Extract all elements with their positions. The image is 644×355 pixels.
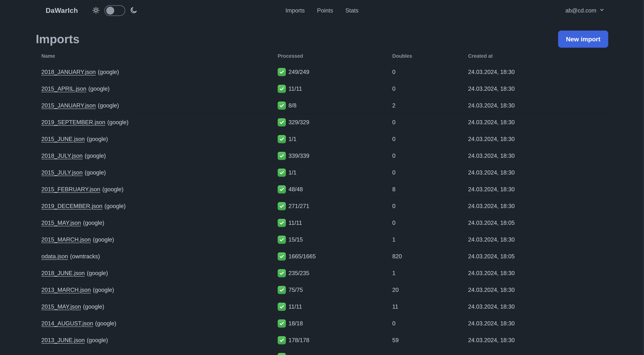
processed-count: 11/11 <box>288 303 302 310</box>
green-check-icon <box>278 269 286 277</box>
import-source-label: (google) <box>93 287 114 293</box>
table-row: 2014_AUGUST.json (google) 18/18 0 24.03.… <box>36 315 608 332</box>
import-file-link[interactable]: 2013_MARCH.json <box>41 287 91 293</box>
processed-count: 178/178 <box>288 337 309 344</box>
created-at-cell: 24.03.2024, 18:30 <box>468 236 608 243</box>
doubles-cell: 20 <box>392 287 468 293</box>
page-header: Imports New import <box>36 30 608 48</box>
sun-icon <box>92 6 100 15</box>
processed-count: 249/249 <box>288 69 309 75</box>
table-row: 2015_MAY.json (google) 11/11 11 24.03.20… <box>36 298 608 315</box>
processed-cell: 75/75 <box>278 286 392 294</box>
import-source-label: (owntracks) <box>70 253 100 260</box>
doubles-cell: 0 <box>392 169 468 176</box>
created-at-cell: 24.03.2024, 18:05 <box>468 253 608 260</box>
app-logo[interactable]: DaWarIch <box>46 7 78 14</box>
import-file-link[interactable]: 2015_JANUARY.json <box>41 102 96 109</box>
created-at-cell: 24.03.2024, 18:30 <box>468 136 608 142</box>
nav-link-stats[interactable]: Stats <box>345 7 358 14</box>
user-menu[interactable]: ab@cd.com <box>565 7 605 14</box>
doubles-cell: 1 <box>392 236 468 243</box>
created-at-cell: 24.03.2024, 18:30 <box>468 320 608 327</box>
imports-table: Name Processed Doubles Created at 2018_J… <box>36 49 608 355</box>
column-header-processed: Processed <box>278 53 392 59</box>
page-title: Imports <box>36 32 80 46</box>
table-row: 2018_JUNE.json (google) 235/235 1 24.03.… <box>36 265 608 282</box>
processed-count: 11/11 <box>288 220 302 226</box>
doubles-cell: 0 <box>392 136 468 142</box>
green-check-icon <box>278 152 286 160</box>
name-cell: 2015_JUNE.json (google) <box>36 136 278 142</box>
import-file-link[interactable]: odata.json <box>41 253 68 260</box>
name-cell: 2015_MAY.json (google) <box>36 220 278 226</box>
name-cell: 2018_JANUARY.json (google) <box>36 69 278 75</box>
processed-cell: 18/18 <box>278 320 392 328</box>
name-cell: 2019_DECEMBER.json (google) <box>36 203 278 210</box>
processed-cell: 15/15 <box>278 236 392 244</box>
processed-cell: 48/48 <box>278 185 392 194</box>
processed-cell: 1/1 <box>278 135 392 143</box>
created-at-cell: 24.03.2024, 18:30 <box>468 102 608 109</box>
nav-link-imports[interactable]: Imports <box>286 7 305 14</box>
name-cell: 2015_APRIL.json (google) <box>36 85 278 92</box>
processed-count: 8/8 <box>288 102 296 109</box>
processed-cell <box>278 353 392 355</box>
processed-cell: 235/235 <box>278 269 392 277</box>
table-row: 2015_MARCH.json (google) 15/15 1 24.03.2… <box>36 231 608 248</box>
doubles-cell: 59 <box>392 337 468 344</box>
table-row: 2015_MAY.json (google) 11/11 0 24.03.202… <box>36 215 608 231</box>
green-check-icon <box>278 68 286 76</box>
import-file-link[interactable]: 2015_MAY.json <box>41 220 81 226</box>
table-row: 2019_DECEMBER.json (google) 271/271 0 24… <box>36 198 608 215</box>
import-source-label: (google) <box>95 320 116 327</box>
new-import-button[interactable]: New import <box>558 30 608 48</box>
theme-toggle-cluster <box>92 5 138 16</box>
processed-count: 15/15 <box>288 236 303 243</box>
import-file-link[interactable]: 2019_DECEMBER.json <box>41 203 102 210</box>
processed-cell: 11/11 <box>278 303 392 311</box>
processed-cell: 11/11 <box>278 85 392 93</box>
import-source-label: (google) <box>107 119 128 126</box>
doubles-cell: 8 <box>392 186 468 193</box>
name-cell: 2015_JANUARY.json (google) <box>36 102 278 109</box>
import-file-link[interactable]: 2018_JANUARY.json <box>41 69 96 75</box>
green-check-icon <box>278 286 286 294</box>
scrollbar-track[interactable] <box>643 0 644 355</box>
import-file-link[interactable]: 2015_JUNE.json <box>41 136 85 142</box>
doubles-cell: 1 <box>392 270 468 277</box>
import-file-link[interactable]: 2015_APRIL.json <box>41 85 86 92</box>
created-at-cell: 24.03.2024, 18:30 <box>468 119 608 126</box>
import-file-link[interactable]: 2015_FEBRUARY.json <box>41 186 100 193</box>
doubles-cell: 11 <box>392 303 468 310</box>
table-row: 2015_APRIL.json (google) 11/11 0 24.03.2… <box>36 80 608 97</box>
processed-count: 1/1 <box>288 136 296 142</box>
table-row: 2015_JANUARY.json (google) 8/8 2 24.03.2… <box>36 97 608 114</box>
import-file-link[interactable]: 2018_JULY.json <box>41 153 82 159</box>
doubles-cell: 0 <box>392 69 468 75</box>
name-cell: 2014_AUGUST.json (google) <box>36 320 278 327</box>
theme-toggle[interactable] <box>104 5 125 16</box>
processed-count: 48/48 <box>288 186 303 193</box>
nav-link-points[interactable]: Points <box>317 7 333 14</box>
table-header-row: Name Processed Doubles Created at <box>36 49 608 64</box>
user-email: ab@cd.com <box>565 7 596 14</box>
import-file-link[interactable]: 2018_JUNE.json <box>41 270 85 277</box>
created-at-cell: 24.03.2024, 18:30 <box>468 169 608 176</box>
table-row: 2018_JULY.json (google) 339/339 0 24.03.… <box>36 147 608 164</box>
import-file-link[interactable]: 2014_AUGUST.json <box>41 320 93 327</box>
import-source-label: (google) <box>83 220 104 226</box>
created-at-cell: 24.03.2024, 18:30 <box>468 85 608 92</box>
moon-icon <box>130 6 138 15</box>
column-header-doubles: Doubles <box>392 53 468 59</box>
import-file-link[interactable]: 2015_MARCH.json <box>41 236 91 243</box>
import-file-link[interactable]: 2013_JUNE.json <box>41 337 85 344</box>
green-check-icon <box>278 353 286 355</box>
import-file-link[interactable]: 2015_MAY.json <box>41 303 81 310</box>
processed-count: 18/18 <box>288 320 303 327</box>
import-file-link[interactable]: 2015_JULY.json <box>41 169 82 176</box>
processed-count: 75/75 <box>288 287 303 293</box>
processed-count: 271/271 <box>288 203 309 210</box>
import-file-link[interactable]: 2019_SEPTEMBER.json <box>41 119 105 126</box>
import-source-label: (google) <box>87 337 108 344</box>
green-check-icon <box>278 85 286 93</box>
